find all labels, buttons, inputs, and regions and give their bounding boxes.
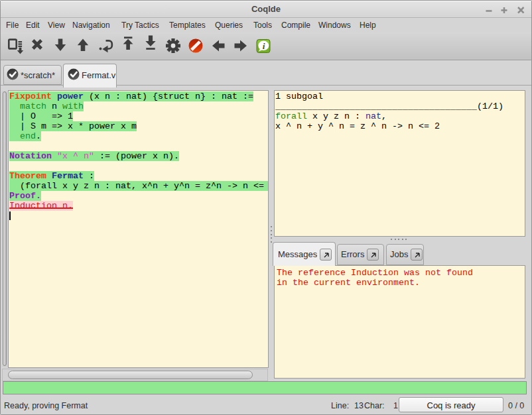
- svg-text:i: i: [263, 41, 265, 51]
